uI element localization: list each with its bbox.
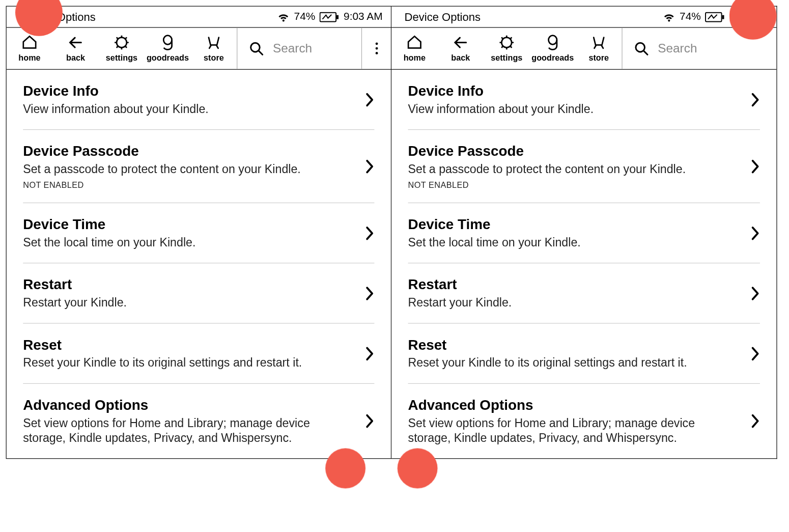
settings-button[interactable]: settings [99,28,145,69]
svg-point-2 [117,38,127,48]
svg-point-11 [163,36,172,45]
svg-point-16 [375,52,378,54]
settings-row[interactable]: Reset Reset your Kindle to its original … [23,324,374,384]
svg-line-25 [511,46,512,47]
back-icon [453,34,469,50]
toolbar-label: back [66,53,85,63]
battery-icon [320,12,340,22]
svg-point-15 [375,47,378,50]
goodreads-button[interactable]: goodreads [530,28,576,69]
search-box[interactable] [237,28,361,69]
row-status: NOT ENABLED [23,180,354,190]
chevron-right-icon [750,92,760,107]
status-bar: Device Options 74% 9:03 AM [391,7,776,27]
svg-line-30 [643,51,647,54]
chevron-right-icon [750,413,760,429]
annotation-dot [325,448,365,488]
row-description: Set a passcode to protect the content on… [408,162,740,177]
settings-row[interactable]: Reset Reset your Kindle to its original … [408,324,760,384]
row-title: Device Time [408,216,740,233]
svg-point-19 [501,38,512,48]
wifi-icon [662,12,675,22]
toolbar-label: home [18,53,40,63]
svg-point-28 [549,36,557,45]
device-screen: Device Options 74% 9:03 AM home back set… [6,6,391,459]
goodreads-icon [160,34,175,50]
row-description: Reset your Kindle to its original settin… [23,355,354,370]
battery-icon [705,12,725,22]
row-description: Restart your Kindle. [408,295,740,310]
row-title: Restart [23,276,354,293]
chevron-right-icon [750,346,760,361]
row-title: Device Info [23,82,354,99]
row-title: Device Time [23,216,354,233]
chevron-right-icon [365,226,375,241]
row-description: Set view options for Home and Library; m… [408,416,740,445]
chevron-right-icon [365,92,375,107]
back-button[interactable]: back [438,28,484,69]
svg-line-7 [117,37,118,38]
settings-row[interactable]: Advanced Options Set view options for Ho… [23,384,374,458]
row-description: Reset your Kindle to its original settin… [408,355,740,370]
back-icon [67,34,83,50]
toolbar-label: goodreads [147,53,189,63]
gear-icon [498,34,515,50]
settings-row[interactable]: Device Info View information about your … [23,70,374,130]
toolbar-label: settings [106,53,137,63]
settings-list: Device Info View information about your … [391,70,776,458]
chevron-right-icon [750,286,760,301]
chevron-right-icon [750,226,760,241]
toolbar-label: settings [491,53,522,63]
svg-line-8 [126,46,127,47]
search-icon [633,40,650,57]
row-title: Restart [408,276,740,293]
gear-icon [114,34,130,50]
toolbar: home back settings goodreads store [7,27,391,70]
settings-row[interactable]: Device Info View information about your … [408,70,760,130]
svg-line-10 [117,46,118,47]
chevron-right-icon [365,158,375,174]
row-description: Set a passcode to protect the content on… [23,162,354,177]
settings-row[interactable]: Restart Restart your Kindle. [408,263,760,323]
store-button[interactable]: store [191,28,237,69]
svg-rect-0 [320,12,336,21]
battery-percent: 74% [294,11,316,23]
goodreads-button[interactable]: goodreads [145,28,190,69]
home-button[interactable]: home [391,28,437,69]
search-input[interactable] [273,41,351,55]
device-screen: Device Options 74% 9:03 AM home back set… [391,6,777,459]
search-input[interactable] [658,41,766,55]
store-button[interactable]: store [576,28,622,69]
svg-rect-17 [706,12,722,21]
svg-line-24 [501,37,502,38]
row-description: Set view options for Home and Library; m… [23,416,354,445]
chevron-right-icon [750,158,760,174]
chevron-right-icon [365,413,375,429]
row-title: Advanced Options [408,397,740,413]
settings-row[interactable]: Restart Restart your Kindle. [23,263,374,323]
toolbar-label: goodreads [531,53,574,63]
settings-row[interactable]: Device Passcode Set a passcode to protec… [23,130,374,203]
row-description: View information about your Kindle. [408,102,740,117]
toolbar-label: home [404,53,426,63]
more-menu-button[interactable] [361,28,391,69]
row-description: Set the local time on your Kindle. [23,235,354,250]
toolbar-label: back [451,53,470,63]
annotation-dot [398,448,438,488]
row-title: Reset [23,337,354,353]
settings-row[interactable]: Advanced Options Set view options for Ho… [408,384,760,458]
settings-row[interactable]: Device Time Set the local time on your K… [408,203,760,263]
settings-list: Device Info View information about your … [7,70,391,458]
settings-row[interactable]: Device Time Set the local time on your K… [23,203,374,263]
toolbar-label: store [588,53,609,63]
back-button[interactable]: back [52,28,98,69]
goodreads-icon [545,34,560,50]
row-description: Restart your Kindle. [23,295,354,310]
row-description: View information about your Kindle. [23,102,354,117]
row-title: Advanced Options [23,397,354,413]
kebab-icon [374,41,379,55]
settings-row[interactable]: Device Passcode Set a passcode to protec… [408,130,760,203]
status-bar: Device Options 74% 9:03 AM [7,7,391,27]
settings-button[interactable]: settings [484,28,529,69]
row-title: Device Passcode [408,143,740,159]
